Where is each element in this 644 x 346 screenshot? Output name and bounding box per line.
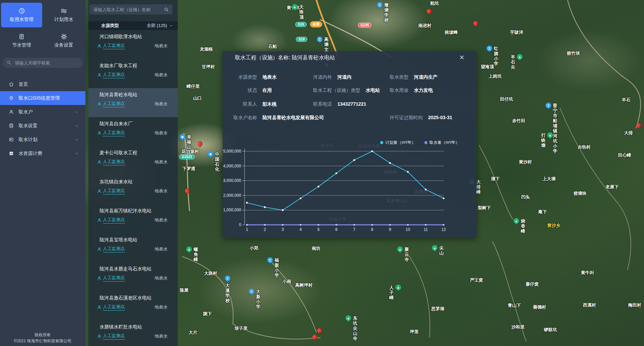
app-switcher: 取用水管理 计划用水 节水管理 业务设置 bbox=[0, 0, 85, 53]
water-source-type: 地表水 bbox=[155, 159, 168, 165]
monitor-type: 人工监测点 bbox=[103, 333, 125, 340]
station-list-item[interactable]: 陆河县南万镇杞洋水电站 人工监测点 地表水 bbox=[88, 204, 178, 233]
sidebar: 取用水管理 计划用水 节水管理 业务设置 bbox=[0, 0, 85, 346]
station-name: 陆河县激石溪老区水电站 bbox=[100, 295, 168, 301]
station-name: 陆河县宝塔水电站 bbox=[100, 237, 168, 243]
school-pin[interactable]: 文红旗小学 bbox=[486, 46, 492, 51]
green-poi-pin[interactable]: ▲东坑尖山寺 bbox=[345, 315, 351, 321]
svg-text:10: 10 bbox=[405, 227, 410, 232]
station-list-item[interactable]: 陆河县激石溪老区水电站 人工监测点 地表水 bbox=[88, 291, 178, 320]
map-poi-label: 螺角嶂 bbox=[194, 247, 198, 262]
close-icon[interactable]: × bbox=[459, 53, 464, 62]
person-icon bbox=[97, 305, 102, 310]
map-place-label: 小郑 bbox=[250, 245, 258, 250]
search-icon bbox=[164, 7, 169, 12]
school-pin[interactable]: 文普宁市船埔镇 河坑小学 bbox=[545, 103, 551, 108]
gas-station-pin[interactable]: 中国石化 bbox=[207, 151, 213, 157]
station-search[interactable] bbox=[89, 4, 172, 15]
filter-value-dropdown[interactable]: 全部 (125) bbox=[147, 23, 173, 29]
sidebar-item-gis-management[interactable]: 取水口GIS信息管理 bbox=[0, 91, 85, 105]
field-label: 许可证过期时间 bbox=[390, 114, 423, 121]
sidebar-item-intake-plan[interactable]: 取水计划 bbox=[0, 133, 85, 147]
svg-text:2,000,000: 2,000,000 bbox=[223, 193, 242, 198]
blue-poi-pin[interactable]: 幸福山庄 bbox=[179, 134, 185, 140]
app-label: 取用水管理 bbox=[10, 17, 33, 23]
green-poi-pin[interactable]: ▲打铁塘 bbox=[547, 132, 553, 138]
map-place-label: 大路村 bbox=[204, 271, 217, 276]
station-search-input[interactable] bbox=[93, 7, 164, 12]
map-poi-label: 天珠顶 bbox=[299, 4, 304, 20]
station-list-item[interactable]: 陆河县水唇走马石水电站 人工监测点 地表水 bbox=[88, 262, 178, 291]
svg-text:4,000,000: 4,000,000 bbox=[223, 164, 242, 168]
map-place-label: 甘坪村 bbox=[202, 64, 215, 69]
station-list-item[interactable]: 陆河县青砼水电站 人工监测点 地表水 bbox=[88, 88, 178, 117]
school-pin[interactable]: 文大新小学 bbox=[249, 289, 254, 294]
app-water-intake-management[interactable]: 取用水管理 bbox=[1, 3, 42, 27]
monitor-type: 人工监测点 bbox=[103, 72, 125, 78]
green-poi-pin[interactable]: ▲人子嶂 bbox=[395, 285, 401, 290]
sidebar-item-home[interactable]: 首页 bbox=[0, 77, 85, 91]
map-place-label: 箭竹坝 bbox=[567, 51, 580, 56]
station-name: 河口镇唱歌潭水电站 bbox=[100, 33, 168, 40]
app-business-settings[interactable]: 业务设置 bbox=[43, 28, 84, 53]
green-poi-pin[interactable]: ▲羊石尖 bbox=[517, 54, 523, 60]
school-pin[interactable]: 文福新小学 bbox=[267, 257, 273, 263]
app-planned-water-use[interactable]: 计划用水 bbox=[43, 3, 84, 27]
map-place-label: 陇下 bbox=[203, 311, 212, 316]
svg-text:12: 12 bbox=[441, 227, 446, 232]
map-place-label: 望海顶 bbox=[481, 64, 494, 69]
field-value: 河道内生产 bbox=[414, 74, 438, 80]
map-place-label: 善德村 bbox=[533, 304, 546, 310]
map-place-label: 芋陂洋 bbox=[510, 30, 523, 35]
map-poi-label: 幸福山庄 bbox=[187, 134, 191, 155]
school-pin[interactable]: 文大溪学校 bbox=[225, 275, 230, 281]
school-pin[interactable]: 文高塘文化广场 bbox=[317, 36, 323, 42]
person-icon bbox=[97, 73, 102, 78]
station-list-item[interactable]: 东坑镇自来水站 人工监测点 地表水 bbox=[88, 175, 178, 204]
menu-label: 首页 bbox=[19, 81, 28, 87]
school-pin[interactable]: 文墩塘学校 bbox=[377, 2, 383, 8]
station-list-item[interactable]: 陆河县宝塔水电站 人工监测点 地表水 bbox=[88, 233, 178, 262]
sidebar-item-water-billing[interactable]: 水资源计费 bbox=[0, 147, 85, 160]
map-poi-label: 红旗小学 bbox=[494, 46, 498, 66]
station-list-item[interactable]: 陆河县自来水厂 人工监测点 地表水 bbox=[88, 117, 178, 146]
menu-label: 取水计划 bbox=[19, 137, 37, 143]
person-icon bbox=[97, 189, 102, 194]
map-poi-label: 大新小学 bbox=[256, 289, 260, 309]
sidebar-search-input[interactable] bbox=[14, 60, 79, 66]
sidebar-item-intake-settings[interactable]: 取水设置 bbox=[0, 119, 85, 133]
green-poi-pin[interactable]: ▲烧香嶂 bbox=[513, 218, 519, 224]
station-name: 东坑镇自来水站 bbox=[100, 179, 168, 185]
app-water-saving-management[interactable]: 节水管理 bbox=[1, 28, 42, 53]
monitor-type: 人工监测点 bbox=[103, 304, 125, 311]
station-list-item[interactable]: 水唇镇水栏肚水电站 人工监测点 地表水 bbox=[88, 320, 178, 346]
map-poi-label: 普宁市船埔镇 河坑小学 bbox=[553, 103, 557, 154]
map-place-label: 锣鼓坑 bbox=[544, 327, 557, 332]
field-label: 水源类型 bbox=[230, 74, 257, 80]
sidebar-search[interactable] bbox=[3, 58, 83, 68]
green-poi-pin[interactable]: ▲螺角嶂 bbox=[186, 246, 192, 252]
sidebar-item-water-users[interactable]: 取水户 bbox=[0, 105, 85, 119]
map-place-label: 粗坑 bbox=[430, 1, 439, 6]
map-place-label: 石船 bbox=[268, 44, 277, 49]
map-place-label: 南坊 bbox=[312, 246, 320, 251]
map-poi-label: 东坑尖山寺 bbox=[353, 316, 357, 341]
source-type-filter-row: 水源类型 全部 (125) bbox=[88, 21, 178, 30]
person-icon bbox=[97, 44, 102, 49]
station-list-item[interactable]: 麦卡公司取水工程 人工监测点 地表水 bbox=[88, 146, 178, 175]
map-place-label: 坪里 bbox=[410, 329, 419, 334]
search-icon bbox=[7, 60, 11, 65]
map-place-label: 挨垅蜂 bbox=[445, 30, 458, 35]
person-icon bbox=[97, 102, 102, 107]
green-poi-pin[interactable]: ▲尖山 bbox=[432, 245, 438, 251]
map-place-label: 寨仔窝 bbox=[526, 282, 539, 287]
station-list-item[interactable]: 友能水厂取水工程 人工监测点 地表水 bbox=[88, 59, 178, 88]
station-list-item[interactable]: 河口镇唱歌潭水电站 人工监测点 地表水 bbox=[88, 30, 178, 59]
water-source-type: 地表水 bbox=[155, 130, 168, 136]
green-poi-pin[interactable]: ▲聚云寺 bbox=[397, 246, 403, 252]
map-poi-label: 大排嶂 bbox=[476, 179, 481, 194]
map-poi-label: 尖山 bbox=[439, 245, 444, 256]
water-source-type: 地表水 bbox=[155, 72, 168, 78]
station-name: 麦卡公司取水工程 bbox=[100, 150, 168, 156]
green-poi-pin[interactable]: ▲天珠顶 bbox=[292, 4, 298, 10]
